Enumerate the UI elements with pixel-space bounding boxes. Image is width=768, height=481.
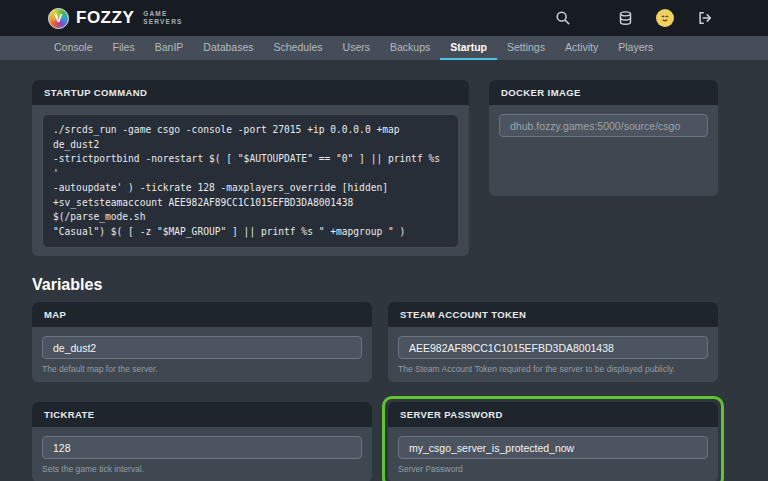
server-password-input[interactable] [398, 436, 708, 459]
database-icon[interactable] [616, 9, 634, 27]
map-input[interactable] [42, 336, 362, 359]
topbar-actions [554, 9, 714, 27]
docker-image-input[interactable] [499, 114, 708, 137]
variables-heading: Variables [32, 276, 718, 294]
tab-users[interactable]: Users [333, 36, 380, 60]
fozzy-logo[interactable]: V FOZZY GAME SERVERS [48, 8, 183, 29]
tab-databases[interactable]: Databases [193, 36, 263, 60]
tab-settings[interactable]: Settings [497, 36, 555, 60]
startup-command-card: STARTUP COMMAND ./srcds_run -game csgo -… [32, 80, 469, 256]
tickrate-title: TICKRATE [32, 402, 372, 427]
variable-card-map: MAP The default map for the server. [32, 302, 372, 382]
steam-token-help-text: The Steam Account Token required for the… [398, 364, 708, 374]
variable-card-steam-token: STEAM ACCOUNT TOKEN The Steam Account To… [388, 302, 718, 382]
startup-page: STARTUP COMMAND ./srcds_run -game csgo -… [0, 60, 768, 481]
variable-card-server-password: SERVER PASSWORD Server Password [388, 402, 718, 481]
tab-console[interactable]: Console [44, 36, 103, 60]
startup-command-title: STARTUP COMMAND [32, 80, 469, 105]
docker-image-title: DOCKER IMAGE [489, 80, 718, 105]
top-bar: V FOZZY GAME SERVERS [0, 0, 768, 36]
brand-subtitle: GAME SERVERS [143, 10, 182, 26]
server-password-help-text: Server Password [398, 464, 708, 474]
tickrate-input[interactable] [42, 436, 362, 459]
tab-files[interactable]: Files [103, 36, 145, 60]
map-help-text: The default map for the server. [42, 364, 362, 374]
tab-banip[interactable]: BanIP [145, 36, 194, 60]
docker-image-card: DOCKER IMAGE [489, 80, 718, 196]
server-password-highlight: SERVER PASSWORD Server Password [388, 402, 718, 481]
search-icon[interactable] [554, 9, 572, 27]
steam-token-input[interactable] [398, 336, 708, 359]
server-password-title: SERVER PASSWORD [388, 402, 718, 427]
tab-backups[interactable]: Backups [380, 36, 440, 60]
startup-command-text: ./srcds_run -game csgo -console -port 27… [42, 114, 459, 248]
user-avatar[interactable] [656, 9, 674, 27]
brand-name: FOZZY [76, 8, 134, 28]
sign-out-icon[interactable] [696, 9, 714, 27]
tab-players[interactable]: Players [608, 36, 663, 60]
tickrate-help-text: Sets the game tick interval. [42, 464, 362, 474]
server-nav-tabs: Console Files BanIP Databases Schedules … [0, 36, 768, 60]
tab-schedules[interactable]: Schedules [264, 36, 333, 60]
map-title: MAP [32, 302, 372, 327]
variable-card-tickrate: TICKRATE Sets the game tick interval. [32, 402, 372, 481]
steam-token-title: STEAM ACCOUNT TOKEN [388, 302, 718, 327]
tab-startup[interactable]: Startup [440, 36, 497, 60]
fozzy-logo-icon: V [48, 8, 69, 29]
tab-activity[interactable]: Activity [555, 36, 608, 60]
